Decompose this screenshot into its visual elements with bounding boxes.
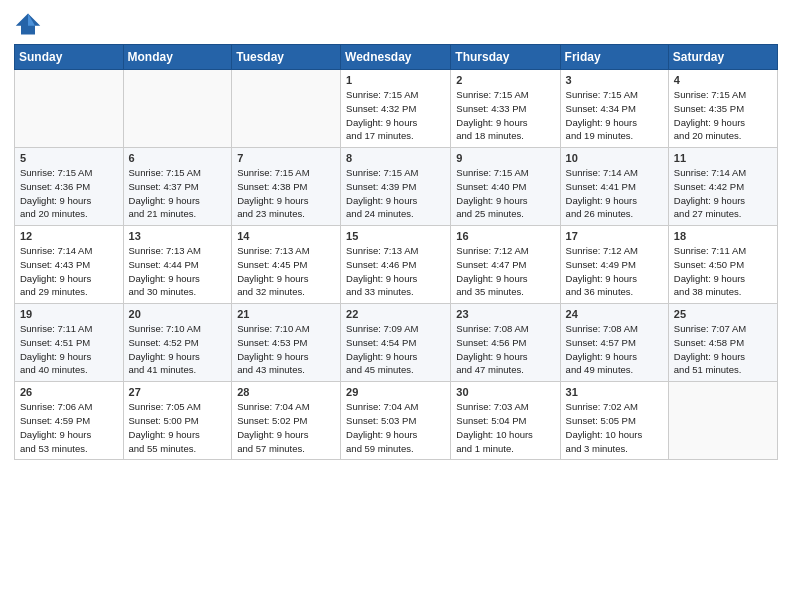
calendar-cell: 1Sunrise: 7:15 AM Sunset: 4:32 PM Daylig… — [341, 70, 451, 148]
calendar-week-5: 26Sunrise: 7:06 AM Sunset: 4:59 PM Dayli… — [15, 382, 778, 460]
calendar-cell: 18Sunrise: 7:11 AM Sunset: 4:50 PM Dayli… — [668, 226, 777, 304]
day-number: 22 — [346, 308, 445, 320]
weekday-header-thursday: Thursday — [451, 45, 560, 70]
calendar-cell: 2Sunrise: 7:15 AM Sunset: 4:33 PM Daylig… — [451, 70, 560, 148]
calendar-cell: 28Sunrise: 7:04 AM Sunset: 5:02 PM Dayli… — [232, 382, 341, 460]
day-number: 30 — [456, 386, 554, 398]
day-number: 18 — [674, 230, 772, 242]
day-number: 8 — [346, 152, 445, 164]
day-number: 23 — [456, 308, 554, 320]
day-info: Sunrise: 7:04 AM Sunset: 5:02 PM Dayligh… — [237, 400, 335, 455]
day-number: 9 — [456, 152, 554, 164]
calendar-cell: 30Sunrise: 7:03 AM Sunset: 5:04 PM Dayli… — [451, 382, 560, 460]
day-info: Sunrise: 7:13 AM Sunset: 4:46 PM Dayligh… — [346, 244, 445, 299]
weekday-row: SundayMondayTuesdayWednesdayThursdayFrid… — [15, 45, 778, 70]
day-number: 4 — [674, 74, 772, 86]
day-number: 6 — [129, 152, 227, 164]
day-number: 12 — [20, 230, 118, 242]
calendar-cell: 22Sunrise: 7:09 AM Sunset: 4:54 PM Dayli… — [341, 304, 451, 382]
day-info: Sunrise: 7:11 AM Sunset: 4:51 PM Dayligh… — [20, 322, 118, 377]
day-number: 25 — [674, 308, 772, 320]
day-info: Sunrise: 7:07 AM Sunset: 4:58 PM Dayligh… — [674, 322, 772, 377]
weekday-header-sunday: Sunday — [15, 45, 124, 70]
day-info: Sunrise: 7:05 AM Sunset: 5:00 PM Dayligh… — [129, 400, 227, 455]
day-number: 19 — [20, 308, 118, 320]
calendar-cell: 9Sunrise: 7:15 AM Sunset: 4:40 PM Daylig… — [451, 148, 560, 226]
day-number: 20 — [129, 308, 227, 320]
calendar-cell: 10Sunrise: 7:14 AM Sunset: 4:41 PM Dayli… — [560, 148, 668, 226]
calendar-cell — [668, 382, 777, 460]
weekday-header-tuesday: Tuesday — [232, 45, 341, 70]
day-number: 16 — [456, 230, 554, 242]
weekday-header-friday: Friday — [560, 45, 668, 70]
day-info: Sunrise: 7:15 AM Sunset: 4:37 PM Dayligh… — [129, 166, 227, 221]
day-info: Sunrise: 7:11 AM Sunset: 4:50 PM Dayligh… — [674, 244, 772, 299]
logo-icon — [14, 10, 42, 38]
day-info: Sunrise: 7:14 AM Sunset: 4:41 PM Dayligh… — [566, 166, 663, 221]
calendar-table: SundayMondayTuesdayWednesdayThursdayFrid… — [14, 44, 778, 460]
calendar-cell: 29Sunrise: 7:04 AM Sunset: 5:03 PM Dayli… — [341, 382, 451, 460]
calendar-cell: 17Sunrise: 7:12 AM Sunset: 4:49 PM Dayli… — [560, 226, 668, 304]
day-info: Sunrise: 7:15 AM Sunset: 4:34 PM Dayligh… — [566, 88, 663, 143]
calendar-cell: 24Sunrise: 7:08 AM Sunset: 4:57 PM Dayli… — [560, 304, 668, 382]
calendar-cell: 15Sunrise: 7:13 AM Sunset: 4:46 PM Dayli… — [341, 226, 451, 304]
day-info: Sunrise: 7:13 AM Sunset: 4:44 PM Dayligh… — [129, 244, 227, 299]
day-number: 3 — [566, 74, 663, 86]
day-info: Sunrise: 7:15 AM Sunset: 4:32 PM Dayligh… — [346, 88, 445, 143]
day-number: 7 — [237, 152, 335, 164]
day-info: Sunrise: 7:15 AM Sunset: 4:33 PM Dayligh… — [456, 88, 554, 143]
calendar-cell: 16Sunrise: 7:12 AM Sunset: 4:47 PM Dayli… — [451, 226, 560, 304]
header — [14, 10, 778, 38]
calendar-cell — [123, 70, 232, 148]
calendar-cell: 12Sunrise: 7:14 AM Sunset: 4:43 PM Dayli… — [15, 226, 124, 304]
day-info: Sunrise: 7:14 AM Sunset: 4:42 PM Dayligh… — [674, 166, 772, 221]
day-number: 5 — [20, 152, 118, 164]
day-number: 13 — [129, 230, 227, 242]
page: SundayMondayTuesdayWednesdayThursdayFrid… — [0, 0, 792, 612]
weekday-header-saturday: Saturday — [668, 45, 777, 70]
calendar-week-2: 5Sunrise: 7:15 AM Sunset: 4:36 PM Daylig… — [15, 148, 778, 226]
day-number: 29 — [346, 386, 445, 398]
day-info: Sunrise: 7:15 AM Sunset: 4:40 PM Dayligh… — [456, 166, 554, 221]
calendar-cell: 23Sunrise: 7:08 AM Sunset: 4:56 PM Dayli… — [451, 304, 560, 382]
calendar-week-3: 12Sunrise: 7:14 AM Sunset: 4:43 PM Dayli… — [15, 226, 778, 304]
day-info: Sunrise: 7:04 AM Sunset: 5:03 PM Dayligh… — [346, 400, 445, 455]
day-number: 14 — [237, 230, 335, 242]
calendar-cell: 25Sunrise: 7:07 AM Sunset: 4:58 PM Dayli… — [668, 304, 777, 382]
calendar-cell: 4Sunrise: 7:15 AM Sunset: 4:35 PM Daylig… — [668, 70, 777, 148]
calendar-body: 1Sunrise: 7:15 AM Sunset: 4:32 PM Daylig… — [15, 70, 778, 460]
day-info: Sunrise: 7:14 AM Sunset: 4:43 PM Dayligh… — [20, 244, 118, 299]
day-info: Sunrise: 7:08 AM Sunset: 4:57 PM Dayligh… — [566, 322, 663, 377]
day-number: 27 — [129, 386, 227, 398]
calendar-cell: 20Sunrise: 7:10 AM Sunset: 4:52 PM Dayli… — [123, 304, 232, 382]
day-info: Sunrise: 7:10 AM Sunset: 4:53 PM Dayligh… — [237, 322, 335, 377]
day-info: Sunrise: 7:15 AM Sunset: 4:39 PM Dayligh… — [346, 166, 445, 221]
day-number: 31 — [566, 386, 663, 398]
calendar-cell: 13Sunrise: 7:13 AM Sunset: 4:44 PM Dayli… — [123, 226, 232, 304]
day-number: 26 — [20, 386, 118, 398]
calendar-cell: 21Sunrise: 7:10 AM Sunset: 4:53 PM Dayli… — [232, 304, 341, 382]
calendar-header: SundayMondayTuesdayWednesdayThursdayFrid… — [15, 45, 778, 70]
day-number: 10 — [566, 152, 663, 164]
day-number: 1 — [346, 74, 445, 86]
day-number: 21 — [237, 308, 335, 320]
day-info: Sunrise: 7:15 AM Sunset: 4:35 PM Dayligh… — [674, 88, 772, 143]
day-info: Sunrise: 7:12 AM Sunset: 4:47 PM Dayligh… — [456, 244, 554, 299]
calendar-cell: 6Sunrise: 7:15 AM Sunset: 4:37 PM Daylig… — [123, 148, 232, 226]
day-info: Sunrise: 7:15 AM Sunset: 4:36 PM Dayligh… — [20, 166, 118, 221]
day-info: Sunrise: 7:09 AM Sunset: 4:54 PM Dayligh… — [346, 322, 445, 377]
calendar-cell: 3Sunrise: 7:15 AM Sunset: 4:34 PM Daylig… — [560, 70, 668, 148]
calendar-week-4: 19Sunrise: 7:11 AM Sunset: 4:51 PM Dayli… — [15, 304, 778, 382]
calendar-cell: 31Sunrise: 7:02 AM Sunset: 5:05 PM Dayli… — [560, 382, 668, 460]
calendar-cell: 27Sunrise: 7:05 AM Sunset: 5:00 PM Dayli… — [123, 382, 232, 460]
calendar-cell: 7Sunrise: 7:15 AM Sunset: 4:38 PM Daylig… — [232, 148, 341, 226]
calendar-cell: 5Sunrise: 7:15 AM Sunset: 4:36 PM Daylig… — [15, 148, 124, 226]
calendar-week-1: 1Sunrise: 7:15 AM Sunset: 4:32 PM Daylig… — [15, 70, 778, 148]
day-number: 15 — [346, 230, 445, 242]
day-number: 11 — [674, 152, 772, 164]
day-info: Sunrise: 7:15 AM Sunset: 4:38 PM Dayligh… — [237, 166, 335, 221]
calendar-cell: 11Sunrise: 7:14 AM Sunset: 4:42 PM Dayli… — [668, 148, 777, 226]
calendar-cell — [15, 70, 124, 148]
day-info: Sunrise: 7:02 AM Sunset: 5:05 PM Dayligh… — [566, 400, 663, 455]
day-info: Sunrise: 7:10 AM Sunset: 4:52 PM Dayligh… — [129, 322, 227, 377]
